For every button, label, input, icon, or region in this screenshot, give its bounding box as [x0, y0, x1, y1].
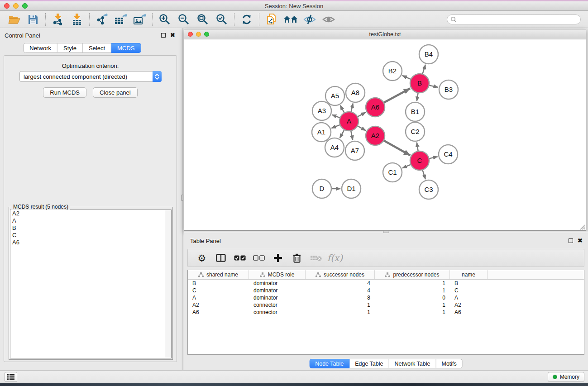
splitter-handle[interactable]: [383, 231, 389, 233]
table-cell[interactable]: 1: [375, 287, 450, 294]
mcds-result-item[interactable]: A: [10, 217, 171, 224]
edge-C-C2[interactable]: [417, 143, 418, 152]
table-cell[interactable]: A2: [450, 301, 488, 309]
table-cell[interactable]: 1: [375, 301, 450, 309]
edge-C-C1[interactable]: [402, 164, 412, 168]
close-panel-icon[interactable]: ✖: [578, 238, 583, 243]
tab-network[interactable]: Network: [23, 43, 57, 53]
column-header-MCDS-role[interactable]: MCDS role: [249, 270, 306, 279]
open-session-button[interactable]: [5, 12, 24, 27]
table-cell[interactable]: dominator: [249, 287, 306, 294]
edge-C-C3[interactable]: [422, 169, 425, 179]
graph-node-C4[interactable]: C4: [439, 145, 458, 164]
network-window-titlebar[interactable]: testGlobe.txt: [184, 29, 586, 39]
add-column-button[interactable]: [270, 251, 286, 265]
graph-node-A8[interactable]: A8: [346, 83, 365, 102]
table-cell[interactable]: connector: [249, 309, 306, 316]
splitter-handle[interactable]: [181, 195, 183, 201]
table-cell[interactable]: C: [450, 287, 488, 294]
mcds-result-list[interactable]: A2ABCA6: [10, 210, 172, 358]
graph-node-C1[interactable]: C1: [383, 163, 402, 182]
edge-A6-B[interactable]: [383, 88, 410, 103]
table-cell[interactable]: B: [188, 280, 249, 287]
run-mcds-button[interactable]: Run MCDS: [43, 87, 86, 98]
edge-B-B3[interactable]: [428, 85, 438, 87]
column-header-shared-name[interactable]: shared name: [188, 270, 249, 279]
table-row[interactable]: Bdominator41B: [188, 280, 584, 287]
table-cell[interactable]: A6: [188, 309, 249, 316]
tab-select[interactable]: Select: [83, 43, 111, 53]
optimization-criterion-select[interactable]: largest connected component (directed): [19, 71, 162, 82]
table-cell[interactable]: connector: [249, 301, 306, 309]
graph-node-A6[interactable]: A6: [366, 98, 385, 117]
graph-node-B2[interactable]: B2: [383, 62, 402, 81]
home-layout-button[interactable]: [281, 12, 300, 27]
zoom-fit-button[interactable]: [193, 12, 212, 27]
tab-mcds[interactable]: MCDS: [111, 43, 141, 53]
zoom-out-button[interactable]: [174, 12, 193, 27]
export-image-button[interactable]: [130, 12, 149, 27]
refresh-view-button[interactable]: [237, 12, 256, 27]
hide-selection-button[interactable]: [300, 12, 319, 27]
graph-node-A1[interactable]: A1: [312, 123, 331, 142]
edge-A-A7[interactable]: [351, 130, 353, 140]
table-cell[interactable]: 0: [375, 294, 450, 301]
table-cell[interactable]: 1: [375, 309, 450, 316]
edge-A-A2[interactable]: [357, 125, 366, 130]
export-table-button[interactable]: [111, 12, 130, 27]
deselect-all-button[interactable]: [251, 251, 267, 265]
table-row[interactable]: A6connector11A6: [188, 309, 584, 316]
column-header-successor-nodes[interactable]: successor nodes: [306, 270, 375, 279]
tab-style[interactable]: Style: [57, 43, 83, 53]
mcds-result-item[interactable]: A2: [10, 210, 171, 217]
graph-node-C2[interactable]: C2: [406, 122, 425, 141]
table-cell[interactable]: 1: [306, 309, 375, 316]
table-cell[interactable]: 8: [306, 294, 375, 301]
float-panel-icon[interactable]: [161, 33, 166, 38]
resize-grip-icon[interactable]: [579, 224, 585, 230]
search-input[interactable]: [457, 15, 580, 24]
export-network-button[interactable]: [92, 12, 111, 27]
graph-node-C3[interactable]: C3: [419, 180, 438, 199]
import-network-button[interactable]: [48, 12, 67, 27]
tab-network-table[interactable]: Network Table: [389, 359, 436, 368]
graph-node-B4[interactable]: B4: [419, 45, 438, 64]
tab-edge-table[interactable]: Edge Table: [349, 359, 389, 368]
close-panel-icon[interactable]: ✖: [170, 33, 175, 38]
edge-A2-C[interactable]: [383, 140, 411, 155]
select-all-button[interactable]: [232, 251, 248, 265]
edge-A-A4[interactable]: [340, 129, 345, 138]
duplicate-network-button[interactable]: [262, 12, 281, 27]
graph-node-B1[interactable]: B1: [406, 102, 425, 121]
show-column-button[interactable]: [213, 251, 229, 265]
table-cell[interactable]: 1: [306, 301, 375, 309]
save-session-button[interactable]: [24, 12, 43, 27]
scrollbar[interactable]: [165, 210, 171, 358]
table-cell[interactable]: A2: [188, 301, 249, 309]
graph-node-D1[interactable]: D1: [342, 179, 361, 198]
table-cell[interactable]: 4: [306, 287, 375, 294]
table-cell[interactable]: C: [188, 287, 249, 294]
table-cell[interactable]: B: [450, 280, 488, 287]
graph-node-A2[interactable]: A2: [366, 126, 385, 145]
show-selection-button[interactable]: [319, 12, 338, 27]
tab-node-table[interactable]: Node Table: [309, 359, 349, 368]
graph-node-A3[interactable]: A3: [312, 101, 331, 120]
show-task-history-button[interactable]: [5, 372, 17, 382]
graph-node-A5[interactable]: A5: [325, 86, 344, 105]
table-row[interactable]: Cdominator41C: [188, 287, 584, 294]
zoom-in-button[interactable]: [155, 12, 174, 27]
edge-B-B4[interactable]: [422, 65, 425, 75]
close-panel-button[interactable]: Close panel: [93, 87, 138, 98]
table-cell[interactable]: 4: [306, 280, 375, 287]
zoom-selected-button[interactable]: [212, 12, 231, 27]
mcds-result-item[interactable]: B: [10, 224, 171, 232]
float-panel-icon[interactable]: [569, 238, 573, 243]
search-box[interactable]: [447, 14, 581, 24]
delete-column-button[interactable]: [289, 251, 305, 265]
graph-node-B3[interactable]: B3: [439, 80, 458, 99]
network-canvas[interactable]: B4B2BB3A5A8A6A3B1AA1C2A2A4A7C4CC1C3DD1: [184, 39, 586, 230]
mcds-result-item[interactable]: A6: [10, 239, 171, 246]
mcds-result-item[interactable]: C: [10, 232, 171, 239]
table-cell[interactable]: A: [188, 294, 249, 301]
